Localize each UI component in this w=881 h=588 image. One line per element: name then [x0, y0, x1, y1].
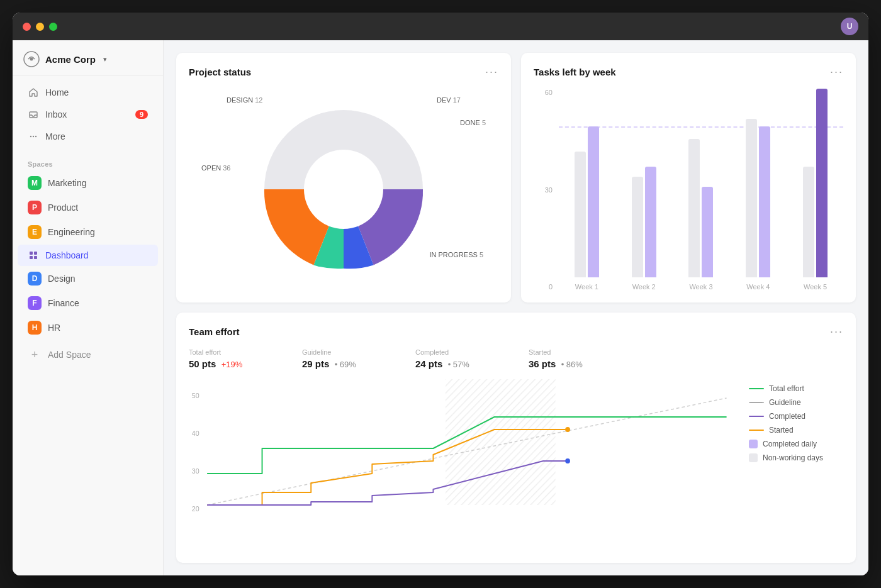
svg-point-4 — [33, 136, 34, 137]
minimize-button[interactable] — [36, 23, 44, 31]
legend-completed: Completed — [749, 412, 843, 421]
more-label: More — [45, 131, 65, 141]
total-effort-stat: Total effort 50 pts +19% — [189, 348, 302, 369]
spaces-label: Spaces — [13, 153, 163, 170]
week-2-label: Week 2 — [616, 283, 672, 291]
week-4-group: Week 4 — [730, 119, 786, 291]
close-button[interactable] — [23, 23, 31, 31]
legend-total-effort: Total effort — [749, 384, 843, 393]
effort-stats: Total effort 50 pts +19% Guideline 29 pt… — [189, 348, 843, 369]
effort-chart-wrapper: 50 40 30 20 — [189, 379, 843, 518]
more-icon — [28, 131, 39, 142]
week-3-bar-gray — [688, 139, 700, 277]
in-progress-label: IN PROGRESS 5 — [429, 251, 483, 258]
legend-guideline-label: Guideline — [769, 398, 801, 407]
legend-guideline: Guideline — [749, 398, 843, 407]
add-space-button[interactable]: + Add Space — [18, 343, 158, 367]
sidebar-header[interactable]: Acme Corp ▾ — [13, 40, 163, 76]
week-1-bar-gray — [575, 152, 586, 277]
started-stat: Started 36 pts • 86% — [529, 348, 642, 369]
completed-value: 24 pts • 57% — [415, 358, 516, 369]
tasks-week-header: Tasks left by week ··· — [534, 65, 843, 79]
svg-rect-8 — [30, 256, 33, 259]
legend-non-working-label: Non-working days — [763, 453, 823, 462]
app-window: U Acme Corp ▾ — [13, 13, 868, 575]
y-label-30: 30 — [534, 186, 556, 194]
week-1-label: Week 1 — [559, 283, 615, 291]
svg-point-5 — [35, 136, 36, 137]
open-label: OPEN 36 — [201, 164, 230, 172]
inbox-icon — [28, 109, 39, 120]
home-icon — [28, 87, 39, 98]
effort-svg: 50 40 30 20 — [189, 379, 739, 518]
guideline-legend-line — [749, 402, 764, 403]
week-1-group: Week 1 — [559, 126, 615, 291]
week-2-bars — [616, 167, 672, 277]
svg-text:50: 50 — [192, 392, 199, 399]
sidebar-item-product[interactable]: P Product — [18, 196, 158, 219]
total-effort-label: Total effort — [189, 348, 289, 356]
week-1-bar-purple — [588, 126, 599, 277]
project-status-card: Project status ··· — [176, 53, 511, 302]
svg-point-10 — [304, 150, 383, 229]
svg-point-19 — [565, 458, 570, 463]
bar-chart: 0 30 60 — [534, 89, 843, 290]
team-effort-header: Team effort ··· — [189, 325, 843, 338]
non-working-legend-box — [749, 453, 758, 462]
dashboard-icon — [28, 250, 39, 261]
week-5-label: Week 5 — [787, 283, 843, 291]
marketing-space-icon: M — [28, 176, 42, 190]
sidebar-item-home[interactable]: Home — [18, 82, 158, 103]
legend-completed-label: Completed — [769, 412, 805, 421]
main-nav: Home Inbox 9 — [13, 76, 163, 153]
traffic-lights — [23, 23, 57, 31]
svg-text:30: 30 — [192, 467, 199, 475]
legend-started-label: Started — [769, 426, 794, 435]
week-2-bar-gray — [632, 177, 643, 277]
tasks-week-menu[interactable]: ··· — [830, 65, 843, 79]
effort-legend: Total effort Guideline Completed St — [749, 379, 843, 518]
week-3-bars — [673, 139, 729, 277]
sidebar-item-finance[interactable]: F Finance — [18, 291, 158, 315]
hr-label: HR — [48, 323, 60, 333]
plus-icon: + — [28, 348, 42, 362]
pie-chart-container: DEV 17 DONE 5 IN PROGRESS 5 OPEN 36 DESI — [189, 89, 498, 290]
project-status-title: Project status — [189, 67, 251, 77]
design-space-icon: D — [28, 272, 42, 286]
svg-point-1 — [30, 58, 33, 61]
sidebar: Acme Corp ▾ Home — [13, 40, 164, 575]
project-status-menu[interactable]: ··· — [485, 65, 498, 79]
sidebar-item-design[interactable]: D Design — [18, 267, 158, 291]
finance-space-icon: F — [28, 296, 42, 310]
week-4-bar-purple — [759, 126, 770, 277]
sidebar-item-inbox[interactable]: Inbox 9 — [18, 104, 158, 125]
svg-point-18 — [565, 427, 570, 432]
sidebar-item-marketing[interactable]: M Marketing — [18, 171, 158, 195]
total-effort-value: 50 pts +19% — [189, 358, 289, 369]
main-content: Project status ··· — [164, 40, 868, 575]
company-name: Acme Corp — [45, 54, 96, 65]
company-logo — [23, 50, 40, 68]
sidebar-item-engineering[interactable]: E Engineering — [18, 220, 158, 244]
design-label: Design — [48, 274, 76, 284]
add-space-label: Add Space — [48, 350, 91, 360]
sidebar-item-hr[interactable]: H HR — [18, 316, 158, 340]
sidebar-item-dashboard[interactable]: Dashboard — [18, 245, 158, 266]
week-5-bar-dark — [816, 89, 828, 277]
completed-change: • 57% — [448, 360, 469, 369]
week-4-bars — [730, 119, 786, 277]
total-effort-legend-line — [749, 388, 764, 389]
user-avatar[interactable]: U — [841, 18, 858, 35]
chevron-down-icon: ▾ — [103, 55, 107, 64]
tasks-by-week-card: Tasks left by week ··· 0 30 60 — [521, 53, 856, 302]
team-effort-menu[interactable]: ··· — [830, 325, 843, 338]
sidebar-item-more[interactable]: More — [18, 126, 158, 147]
hr-space-icon: H — [28, 321, 42, 335]
project-status-header: Project status ··· — [189, 65, 498, 79]
svg-text:40: 40 — [192, 430, 199, 437]
week-5-group: Week 5 — [787, 89, 843, 291]
inbox-label: Inbox — [45, 109, 67, 119]
completed-stat: Completed 24 pts • 57% — [415, 348, 529, 369]
svg-rect-12 — [446, 379, 556, 505]
maximize-button[interactable] — [49, 23, 57, 31]
